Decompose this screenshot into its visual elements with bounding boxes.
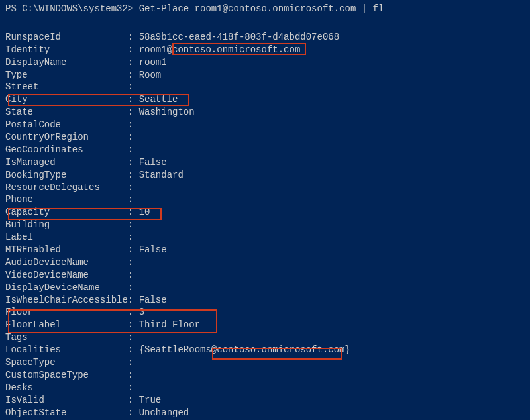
property-key: PostalCode	[5, 119, 128, 131]
separator: :	[128, 31, 139, 44]
property-key: Street	[5, 81, 128, 93]
property-key: Identity	[5, 44, 128, 56]
output-row-building: Building :	[5, 219, 525, 231]
output-row-desks: Desks :	[5, 382, 525, 394]
property-key: FloorLabel	[5, 319, 128, 331]
output-row-city: City : Seattle	[5, 93, 525, 106]
separator: :	[128, 81, 139, 93]
property-key: Type	[5, 69, 128, 81]
separator: :	[128, 244, 139, 256]
property-key: ResourceDelegates	[5, 182, 128, 194]
output-row-videodevicename: VideoDeviceName :	[5, 269, 525, 282]
property-key: RunspaceId	[5, 31, 128, 44]
separator: :	[128, 119, 139, 131]
output-row-postalcode: PostalCode :	[5, 119, 525, 131]
output-row-identity: Identity : room1@contoso.onmicrosoft.com	[5, 44, 525, 56]
output-row-phone: Phone :	[5, 193, 525, 206]
separator: :	[128, 193, 139, 206]
property-value: 3	[139, 306, 144, 319]
property-key: IsWheelChairAccessible	[5, 294, 128, 307]
property-key: DisplayName	[5, 56, 128, 69]
output-row-runspaceid: RunspaceId : 58a9b1cc-eaed-418f-803f-d4a…	[5, 31, 525, 44]
property-key: CountryOrRegion	[5, 131, 128, 144]
output-row-customspacetype: CustomSpaceType :	[5, 369, 525, 382]
property-value: Washington	[139, 106, 195, 119]
separator: :	[128, 106, 139, 119]
separator: :	[128, 344, 139, 356]
property-key: IsValid	[5, 394, 128, 407]
separator: :	[128, 256, 139, 269]
output-row-floorlabel: FloorLabel : Third Floor	[5, 319, 525, 331]
terminal-container[interactable]: PS C:\WINDOWS\system32> Get-Place room1@…	[5, 3, 525, 419]
property-key: City	[5, 93, 128, 106]
separator: :	[128, 356, 139, 369]
property-key: GeoCoordinates	[5, 144, 128, 156]
output-row-bookingtype: BookingType : Standard	[5, 169, 525, 182]
property-value: 58a9b1cc-eaed-418f-803f-d4abdd07e068	[139, 31, 339, 44]
property-value: False	[139, 156, 167, 169]
separator: :	[128, 182, 139, 194]
property-value: Seattle	[139, 93, 178, 106]
property-value: False	[139, 244, 167, 256]
output-row-floor: Floor : 3	[5, 306, 525, 319]
property-value: 10	[139, 206, 150, 219]
separator: :	[128, 219, 139, 231]
output-row-state: State : Washington	[5, 106, 525, 119]
property-key: Tags	[5, 331, 128, 344]
separator: :	[128, 131, 139, 144]
property-key: IsManaged	[5, 156, 128, 169]
separator: :	[128, 369, 139, 382]
separator: :	[128, 407, 139, 419]
output-row-audiodevicename: AudioDeviceName :	[5, 256, 525, 269]
property-key: VideoDeviceName	[5, 269, 128, 282]
property-key: DisplayDeviceName	[5, 282, 128, 294]
separator: :	[128, 306, 139, 319]
property-value: {SeattleRooms@contoso.onmicrosoft.com}	[139, 344, 350, 356]
separator: :	[128, 56, 139, 69]
property-key: Capacity	[5, 206, 128, 219]
property-value: Standard	[139, 169, 184, 182]
separator: :	[128, 282, 139, 294]
property-key: AudioDeviceName	[5, 256, 128, 269]
output-row-objectstate: ObjectState : Unchanged	[5, 407, 525, 419]
property-key: SpaceType	[5, 356, 128, 369]
separator: :	[128, 169, 139, 182]
output-row-resourcedelegates: ResourceDelegates :	[5, 182, 525, 194]
output-row-spacetype: SpaceType :	[5, 356, 525, 369]
output-row-geocoordinates: GeoCoordinates :	[5, 144, 525, 156]
property-key: Phone	[5, 193, 128, 206]
property-key: Desks	[5, 382, 128, 394]
property-key: MTREnabled	[5, 244, 128, 256]
command-prompt-line: PS C:\WINDOWS\system32> Get-Place room1@…	[5, 3, 525, 15]
separator: :	[128, 382, 139, 394]
separator: :	[128, 231, 139, 244]
property-value: room1	[139, 56, 167, 69]
property-key: BookingType	[5, 169, 128, 182]
property-value: Third Floor	[139, 319, 200, 331]
property-key: State	[5, 106, 128, 119]
output-row-displayname: DisplayName : room1	[5, 56, 525, 69]
output-row-localities: Localities : {SeattleRooms@contoso.onmic…	[5, 344, 525, 356]
output-row-mtrenabled: MTREnabled : False	[5, 244, 525, 256]
property-value: True	[139, 394, 162, 407]
property-value: room1@contoso.onmicrosoft.com	[139, 44, 301, 56]
property-key: Localities	[5, 344, 128, 356]
command-output: RunspaceId : 58a9b1cc-eaed-418f-803f-d4a…	[5, 31, 525, 419]
separator: :	[128, 156, 139, 169]
output-row-street: Street :	[5, 81, 525, 93]
output-row-ismanaged: IsManaged : False	[5, 156, 525, 169]
property-key: Label	[5, 231, 128, 244]
separator: :	[128, 294, 139, 307]
separator: :	[128, 93, 139, 106]
output-row-label: Label :	[5, 231, 525, 244]
output-row-tags: Tags :	[5, 331, 525, 344]
separator: :	[128, 269, 139, 282]
property-key: CustomSpaceType	[5, 369, 128, 382]
output-row-type: Type : Room	[5, 69, 525, 81]
command-text: Get-Place room1@contoso.onmicrosoft.com …	[139, 3, 384, 14]
property-key: Building	[5, 219, 128, 231]
property-value: False	[139, 294, 167, 307]
property-key: ObjectState	[5, 407, 128, 419]
output-row-capacity: Capacity : 10	[5, 206, 525, 219]
prompt-prefix: PS C:\WINDOWS\system32>	[5, 3, 139, 14]
